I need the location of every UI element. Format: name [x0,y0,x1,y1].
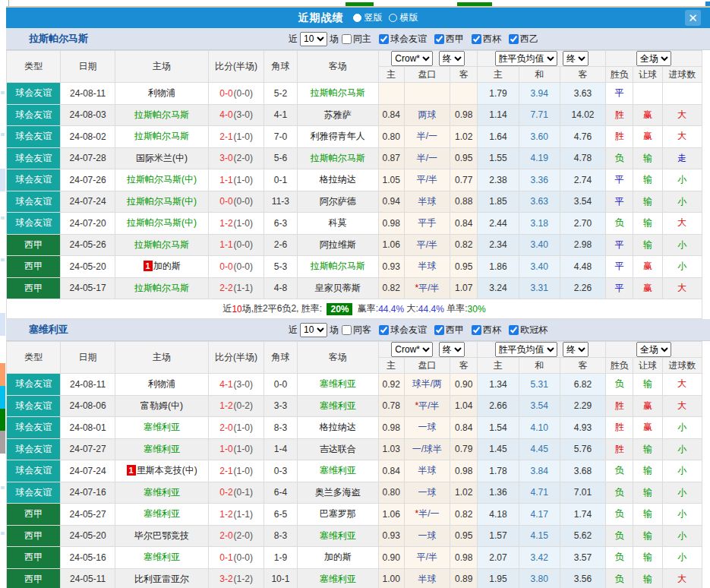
away-team[interactable]: 拉斯帕尔马斯 [298,256,379,278]
result-handicap: 输 [633,525,662,547]
vertical-layout-label[interactable]: 竖版 [364,11,383,24]
home-team[interactable]: 拉斯帕尔马斯(中) [115,213,209,235]
scope-select[interactable]: 全场 [636,51,671,66]
away-team[interactable]: 阿拉维斯 [298,234,379,256]
odds-company-select[interactable]: Crow* [391,342,433,357]
home-team[interactable]: 拉斯帕尔马斯 [115,104,209,126]
away-odds: 0.98 [450,104,478,126]
away-team[interactable]: 塞维利亚 [298,460,379,482]
home-team[interactable]: 拉斯帕尔马斯 [115,277,209,299]
match-score: 0-2(0-1) [209,482,263,504]
avg-away: 5.62 [560,525,605,547]
home-team[interactable]: 拉斯帕尔马斯(中) [115,191,209,213]
scope-select[interactable]: 全场 [636,342,671,357]
rank-badge: 1 [127,465,136,476]
same-venue-checkbox[interactable] [342,325,352,335]
league-checkbox-copa[interactable]: 西杯 [469,324,501,337]
copa-checkbox[interactable] [472,34,481,44]
home-team[interactable]: 1里斯本竞技(中) [115,460,209,482]
home-team[interactable]: 利物浦 [115,374,209,396]
odds-final-select[interactable]: 终 [439,342,465,357]
close-icon[interactable]: ✕ [685,10,701,26]
sub-col-handicap-result: 让球 [633,67,662,83]
away-team[interactable]: 奥兰多海盗 [298,482,379,504]
away-team[interactable]: 加的斯 [298,547,379,569]
avg-final-select[interactable]: 终 [563,51,589,66]
same-venue-checkbox-label[interactable]: 同主 [339,33,371,46]
away-team[interactable]: 格拉纳达 [298,169,379,191]
away-team[interactable]: 阿尔萨德 [298,191,379,213]
home-team[interactable]: 国际米兰(中) [115,147,209,169]
league-checkbox-ucl[interactable]: 欧冠杯 [506,324,547,337]
horizontal-layout-label[interactable]: 横版 [400,11,418,24]
away-team[interactable]: 塞维利亚 [298,374,379,396]
avg-home: 2.66 [478,395,519,417]
segunda-checkbox[interactable] [509,34,519,44]
ucl-checkbox[interactable] [509,325,519,335]
handicap: 平/半 [404,234,450,256]
games-count-select[interactable]: 10 [300,32,327,46]
result-handicap: 输 [633,568,662,588]
odds-company-select[interactable]: Crow* [391,51,433,66]
same-venue-checkbox[interactable] [342,34,352,44]
avg-select[interactable]: 胜平负均值 [495,51,557,66]
away-team[interactable]: 巴塞罗那 [298,504,379,526]
away-team[interactable]: 塞维利亚 [298,395,379,417]
away-team[interactable]: 拉斯帕尔马斯 [298,83,379,105]
result-handicap: 输 [633,147,662,169]
home-team[interactable]: 塞维利亚 [115,482,209,504]
horizontal-layout-radio[interactable] [389,14,397,22]
laliga-checkbox[interactable] [434,34,444,44]
away-team[interactable]: 利雅得青年人 [298,126,379,148]
avg-select[interactable]: 胜平负均值 [495,342,557,357]
match-type: 西甲 [7,525,61,547]
home-team[interactable]: 塞维利亚 [115,417,209,439]
vertical-layout-radio[interactable] [353,14,361,22]
match-score: 2-0(1-0) [209,417,263,439]
copa-checkbox[interactable] [472,325,481,335]
league-checkbox-friendly[interactable]: 球会友谊 [376,324,427,337]
odds-final-select[interactable]: 终 [439,51,465,66]
away-team[interactable]: 塞维利亚 [298,525,379,547]
home-team[interactable]: 塞维利亚 [115,547,209,569]
handicap: 半/一 [404,126,450,148]
home-team[interactable]: 拉斯帕尔马斯 [115,126,209,148]
result-handicap: 输 [633,438,662,460]
away-team[interactable]: 皇家贝蒂斯 [298,277,379,299]
league-checkbox-copa[interactable]: 西杯 [469,33,501,46]
summary-token: 近 [222,302,232,315]
avg-draw: 4.71 [519,482,560,504]
league-checkbox-friendly[interactable]: 球会友谊 [376,33,427,46]
home-team[interactable]: 1加的斯 [115,256,209,278]
away-team[interactable]: 科莫 [298,213,379,235]
home-team[interactable]: 富勒姆(中) [115,395,209,417]
friendly-checkbox[interactable] [379,325,389,335]
away-team[interactable]: 苏雅萨 [298,104,379,126]
laliga-checkbox[interactable] [434,325,444,335]
home-team[interactable]: 毕尔巴鄂竞技 [115,525,209,547]
home-team[interactable]: 塞维利亚 [115,438,209,460]
home-team[interactable]: 塞维利亚 [115,504,209,526]
avg-final-select[interactable]: 终 [563,342,589,357]
away-team[interactable]: 吉达联合 [298,438,379,460]
result-goals: 大 [662,568,702,588]
home-team[interactable]: 拉斯帕尔马斯 [115,234,209,256]
away-team[interactable]: 塞维利亚 [298,568,379,588]
home-team[interactable]: 拉斯帕尔马斯(中) [115,169,209,191]
avg-home: 4.18 [478,504,519,526]
corner-count: 6-3 [263,213,297,235]
friendly-checkbox[interactable] [379,34,389,44]
away-team[interactable]: 拉斯帕尔马斯 [298,147,379,169]
games-count-select[interactable]: 10 [300,323,327,337]
match-score: 1-2(1-1) [209,504,263,526]
away-team[interactable]: 格拉纳达 [298,417,379,439]
home-team[interactable]: 利物浦 [115,83,209,105]
league-checkbox-laliga[interactable]: 西甲 [431,33,464,46]
home-team[interactable]: 比利亚雷亚尔 [115,568,209,588]
match-score: 2-0(2-0) [209,525,263,547]
league-checkbox-laliga[interactable]: 西甲 [431,324,464,337]
away-odds: 0.98 [450,460,478,482]
same-venue-checkbox-label[interactable]: 同客 [339,324,371,337]
league-checkbox-segunda[interactable]: 西乙 [506,33,538,46]
corner-count: 10-1 [263,568,297,588]
